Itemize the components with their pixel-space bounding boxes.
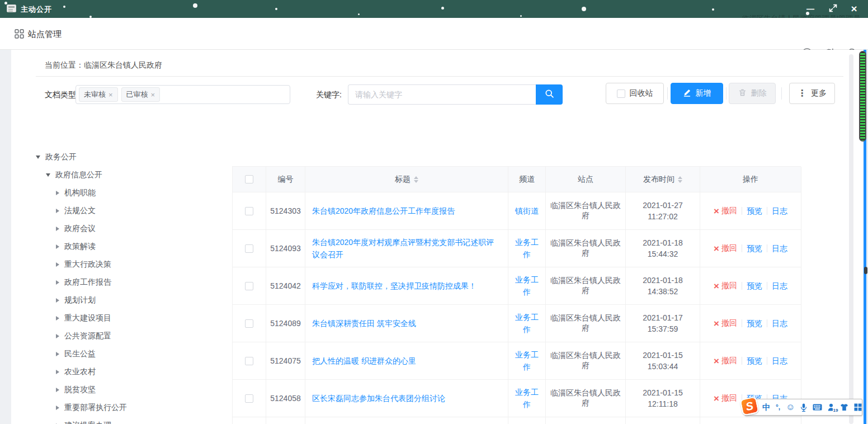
doc-title-link[interactable]: 区长宋磊同志参加朱台代表团分组讨论 xyxy=(312,392,445,404)
log-link[interactable]: 日志 xyxy=(772,242,787,255)
close-button[interactable]: × xyxy=(845,0,864,18)
ime-chinese-mode-icon[interactable]: 中 xyxy=(762,403,770,411)
tree-item-9[interactable]: 民生公益 xyxy=(56,349,96,359)
caret-right-icon[interactable] xyxy=(56,227,59,231)
content-scrollbar-track[interactable] xyxy=(849,54,853,424)
caret-right-icon[interactable] xyxy=(56,352,59,356)
preview-link[interactable]: 预览 xyxy=(747,355,762,367)
log-link[interactable]: 日志 xyxy=(772,317,787,329)
channel-link[interactable]: 业务工作 xyxy=(512,311,542,336)
sogou-logo-icon[interactable]: S xyxy=(739,396,760,416)
tree-item-root[interactable]: 政务公开 xyxy=(36,152,77,162)
caret-right-icon[interactable] xyxy=(56,406,59,410)
ime-account-icon[interactable]: 19 xyxy=(828,403,834,411)
ime-punctuation-icon[interactable]: °, xyxy=(776,404,780,411)
channel-link[interactable]: 镇街道 xyxy=(515,205,539,217)
tree-item-0[interactable]: 机构职能 xyxy=(56,188,96,198)
caret-right-icon[interactable] xyxy=(56,244,59,249)
scrollbar-thumb[interactable] xyxy=(864,267,867,274)
row-checkbox[interactable] xyxy=(245,207,253,215)
tree-item-gov-info[interactable]: 政府信息公开 xyxy=(46,170,102,180)
caret-down-icon[interactable] xyxy=(36,156,40,159)
row-checkbox[interactable] xyxy=(245,319,253,328)
channel-link[interactable]: 业务工作 xyxy=(512,274,542,298)
doc-title-link[interactable]: 科学应对，联防联控，坚决捍卫疫情防控成果！ xyxy=(312,280,477,292)
revoke-link[interactable]: ×撤回 xyxy=(714,356,737,366)
doc-title-link[interactable]: 朱台镇2020年政府信息公开工作年度报告 xyxy=(312,205,455,217)
tree-item-12[interactable]: 重要部署执行公开 xyxy=(56,403,127,413)
apps-grid-icon[interactable] xyxy=(15,29,24,41)
preview-link[interactable]: 预览 xyxy=(747,317,762,329)
doc-id: 5124303 xyxy=(266,192,305,229)
ime-skin-icon[interactable] xyxy=(840,403,848,411)
revoke-link[interactable]: ×撤回 xyxy=(714,243,737,253)
caret-right-icon[interactable] xyxy=(56,209,59,213)
ime-emoji-icon[interactable]: ☺ xyxy=(786,403,795,412)
select-all-checkbox[interactable] xyxy=(245,175,253,183)
row-checkbox[interactable] xyxy=(245,394,253,403)
ime-keyboard-icon[interactable] xyxy=(813,404,822,411)
row-checkbox[interactable] xyxy=(245,244,253,253)
revoke-link[interactable]: ×撤回 xyxy=(714,318,737,328)
tree-item-13[interactable]: 建议提案办理 xyxy=(56,421,111,424)
tree-item-3[interactable]: 政策解读 xyxy=(56,242,96,252)
revoke-link[interactable]: ×撤回 xyxy=(714,206,737,216)
caret-right-icon[interactable] xyxy=(56,298,59,303)
remove-tag-icon[interactable]: × xyxy=(151,91,155,98)
add-button[interactable]: 新增 xyxy=(671,83,723,104)
recycle-bin-checkbox[interactable] xyxy=(617,89,625,98)
sort-time-control[interactable] xyxy=(678,176,682,183)
tree-item-6[interactable]: 规划计划 xyxy=(56,295,96,305)
caret-right-icon[interactable] xyxy=(56,388,59,392)
recycle-bin-button[interactable]: 回收站 xyxy=(606,83,664,104)
preview-link[interactable]: 预览 xyxy=(747,280,762,292)
doc-id: 5124058 xyxy=(266,380,305,417)
channel-link[interactable]: 业务工作 xyxy=(512,386,542,411)
remove-tag-icon[interactable]: × xyxy=(108,91,113,98)
table-row-partial xyxy=(233,417,801,424)
doc-title-link[interactable]: 把人性的温暖 织进群众的心里 xyxy=(312,355,416,367)
tree-item-11[interactable]: 脱贫攻坚 xyxy=(56,385,96,395)
delete-button[interactable]: 删除 xyxy=(729,83,776,104)
doc-title-link[interactable]: 朱台镇2020年度对村观摩点评暨村党支部书记述职评议会召开 xyxy=(312,236,501,261)
row-checkbox[interactable] xyxy=(245,357,253,365)
row-checkbox[interactable] xyxy=(245,282,253,290)
tree-item-8[interactable]: 公共资源配置 xyxy=(56,331,111,341)
revoke-link[interactable]: ×撤回 xyxy=(714,281,737,291)
tree-item-10[interactable]: 农业农村 xyxy=(56,367,96,377)
tree-item-2[interactable]: 政府会议 xyxy=(56,224,96,234)
caret-right-icon[interactable] xyxy=(56,280,59,285)
channel-link[interactable]: 业务工作 xyxy=(512,348,542,373)
log-link[interactable]: 日志 xyxy=(772,280,787,292)
preview-link[interactable]: 预览 xyxy=(747,242,762,255)
caret-right-icon[interactable] xyxy=(56,370,59,374)
tree-item-7[interactable]: 重大建设项目 xyxy=(56,313,111,323)
minimize-button[interactable]: — xyxy=(801,0,820,18)
revoke-link[interactable]: ×撤回 xyxy=(714,393,737,403)
doc-type-filter-box[interactable]: 未审核 × 已审核 × xyxy=(76,85,290,104)
caret-right-icon[interactable] xyxy=(56,191,59,195)
tree-item-1[interactable]: 法规公文 xyxy=(56,206,96,216)
tag-label: 未审核 xyxy=(84,89,106,100)
ime-account-badge: 19 xyxy=(833,408,839,413)
preview-link[interactable]: 预览 xyxy=(747,205,762,217)
keyword-input[interactable] xyxy=(348,84,536,105)
search-button[interactable] xyxy=(536,84,563,105)
caret-right-icon[interactable] xyxy=(56,334,59,338)
doc-title-link[interactable]: 朱台镇深耕责任田 筑牢安全线 xyxy=(312,317,416,329)
caret-down-icon[interactable] xyxy=(46,173,50,177)
caret-right-icon[interactable] xyxy=(56,316,59,321)
channel-link[interactable]: 业务工作 xyxy=(512,236,542,261)
maximize-button[interactable] xyxy=(823,0,842,18)
caret-right-icon[interactable] xyxy=(56,262,59,267)
ime-toolbox-icon[interactable] xyxy=(854,403,862,411)
doc-id: 5124042 xyxy=(266,267,305,304)
tree-item-4[interactable]: 重大行政决策 xyxy=(56,260,111,270)
tree-item-5[interactable]: 政府工作报告 xyxy=(56,277,111,288)
sort-title-control[interactable] xyxy=(414,176,418,183)
log-link[interactable]: 日志 xyxy=(772,205,787,217)
more-button[interactable]: ⋮ 更多 xyxy=(789,83,835,104)
striped-scrollbar-thumb[interactable] xyxy=(859,51,866,142)
ime-microphone-icon[interactable] xyxy=(800,403,807,412)
log-link[interactable]: 日志 xyxy=(772,355,787,367)
